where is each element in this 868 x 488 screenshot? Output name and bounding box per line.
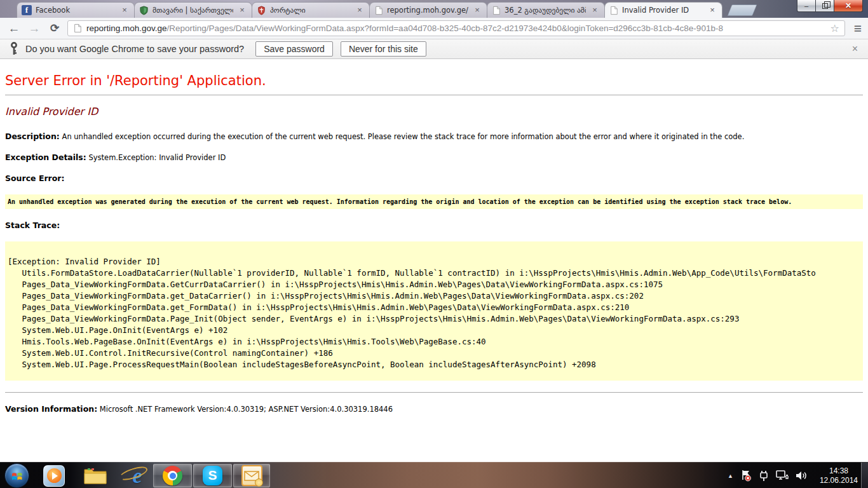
error-page: Server Error in '/Reporting' Application… <box>0 59 868 462</box>
tab-mtavari[interactable]: მთავარი | საქართველო × <box>134 2 252 18</box>
tab-title: 36_2 გადაუდებელი ამბუ <box>505 3 586 18</box>
taskbar-item-internet-explorer[interactable]: e <box>123 463 151 488</box>
tab-title: პორტალი <box>270 3 351 18</box>
source-error-label: Source Error: <box>5 173 65 183</box>
page-icon <box>609 6 618 15</box>
tab-portali[interactable]: პორტალი × <box>252 2 370 18</box>
stack-trace-row: Stack Trace: <box>5 220 863 230</box>
exception-details-text: System.Exception: Invalid Provider ID <box>86 153 226 162</box>
chrome-icon <box>163 466 182 485</box>
tab-close-icon[interactable]: × <box>707 5 717 15</box>
infobar-close-icon[interactable]: × <box>852 43 858 55</box>
system-tray: ▲ <box>728 463 860 488</box>
reload-button[interactable]: ⟳ <box>47 21 62 36</box>
url-text: reporting.moh.gov.ge/Reporting/Pages/Dat… <box>86 24 825 33</box>
tab-invalid-provider-id[interactable]: Invalid Provider ID × <box>604 2 722 18</box>
description-text: An unhandled exception occurred during t… <box>60 132 744 141</box>
screen: f Facebook × მთავარი | საქართველო × პორტ… <box>0 0 868 488</box>
page-icon <box>492 6 501 15</box>
url-domain: reporting.moh.gov.ge <box>86 24 167 33</box>
tab-title: მთავარი | საქართველო <box>153 3 233 18</box>
taskbar-clock[interactable]: 14:38 12.06.2014 <box>820 466 858 485</box>
taskbar-item-outlook[interactable] <box>233 464 270 487</box>
page-icon <box>374 6 383 15</box>
key-icon <box>10 42 18 56</box>
description-row: Description: An unhandled exception occu… <box>5 132 863 141</box>
tab-36-2[interactable]: 36_2 გადაუდებელი ამბუ × <box>487 2 605 18</box>
show-desktop-button[interactable] <box>861 463 868 488</box>
taskbar-item-media-player[interactable] <box>41 463 67 488</box>
window-restore-button[interactable] <box>816 0 834 12</box>
tab-title: reporting.moh.gov.ge/Re <box>387 3 468 18</box>
divider <box>5 392 863 393</box>
start-button[interactable] <box>4 463 29 488</box>
source-error-box: An unhandled exception was generated dur… <box>5 194 863 209</box>
taskbar: e S ▲ <box>0 462 868 488</box>
chrome-menu-icon[interactable]: ≡ <box>854 22 862 35</box>
exception-details-label: Exception Details: <box>5 152 86 162</box>
page-title: Server Error in '/Reporting' Application… <box>5 73 863 88</box>
folder-icon <box>84 467 107 485</box>
taskbar-item-skype[interactable]: S <box>193 464 232 487</box>
tab-close-icon[interactable]: × <box>237 5 247 15</box>
infobar-message: Do you want Google Chrome to save your p… <box>25 44 244 54</box>
never-for-this-site-button[interactable]: Never for this site <box>341 41 426 57</box>
save-password-infobar: Do you want Google Chrome to save your p… <box>0 39 868 59</box>
tab-title: Facebook <box>36 3 116 18</box>
exception-details-row: Exception Details: System.Exception: Inv… <box>5 152 863 162</box>
network-icon[interactable] <box>776 470 789 481</box>
stack-trace-label: Stack Trace: <box>5 220 60 230</box>
windows-flag-icon <box>11 470 24 482</box>
power-plug-icon[interactable] <box>759 470 769 482</box>
tab-close-icon[interactable]: × <box>119 5 130 15</box>
page-icon <box>73 24 82 33</box>
address-bar[interactable]: reporting.moh.gov.ge/Reporting/Pages/Dat… <box>67 20 845 36</box>
shield-icon <box>139 6 149 15</box>
tab-strip: f Facebook × მთავარი | საქართველო × პორტ… <box>0 0 868 18</box>
version-label: Version Information: <box>5 404 97 414</box>
source-error-row: Source Error: <box>5 173 863 183</box>
clock-date: 12.06.2014 <box>820 476 858 485</box>
emblem-icon <box>257 6 266 15</box>
outlook-clock-badge <box>255 478 263 487</box>
description-label: Description: <box>5 132 60 141</box>
restore-icon <box>822 3 828 9</box>
clock-time: 14:38 <box>820 466 858 476</box>
taskbar-item-chrome[interactable] <box>153 464 192 487</box>
url-path: /Reporting/Pages/Data/ViewWorkingFormDat… <box>167 24 723 33</box>
divider <box>5 95 863 95</box>
window-controls: – ✕ <box>797 0 863 12</box>
window-minimize-button[interactable]: – <box>797 0 816 12</box>
skype-icon: S <box>203 466 222 485</box>
close-icon: ✕ <box>845 1 851 10</box>
browser-toolbar: ← → ⟳ reporting.moh.gov.ge/Reporting/Pag… <box>0 18 868 39</box>
volume-icon[interactable] <box>796 470 808 481</box>
tab-reporting[interactable]: reporting.moh.gov.ge/Re × <box>369 2 487 18</box>
taskbar-item-explorer[interactable] <box>81 463 109 488</box>
version-text: Microsoft .NET Framework Version:4.0.303… <box>97 405 393 414</box>
facebook-icon: f <box>22 5 32 15</box>
tab-close-icon[interactable]: × <box>472 5 482 15</box>
tab-close-icon[interactable]: × <box>355 5 365 15</box>
outlook-icon <box>241 465 262 486</box>
window-close-button[interactable]: ✕ <box>834 0 863 12</box>
error-subtitle: Invalid Provider ID <box>5 105 863 118</box>
tab-facebook[interactable]: f Facebook × <box>17 2 135 18</box>
back-button[interactable]: ← <box>6 21 22 36</box>
stack-trace-box: [Exception: Invalid Provider ID] Utils.F… <box>5 241 863 381</box>
new-tab-button[interactable] <box>727 4 757 16</box>
media-player-icon <box>43 465 65 487</box>
tab-close-icon[interactable]: × <box>590 5 600 15</box>
version-row: Version Information: Microsoft .NET Fram… <box>5 404 863 414</box>
action-center-flag-icon[interactable] <box>740 470 752 482</box>
minimize-icon: – <box>804 2 808 10</box>
tab-title: Invalid Provider ID <box>622 3 703 18</box>
tray-expand-icon[interactable]: ▲ <box>728 473 733 479</box>
tabs-container: f Facebook × მთავარი | საქართველო × პორტ… <box>17 2 722 18</box>
save-password-button[interactable]: Save password <box>255 41 333 57</box>
forward-button[interactable]: → <box>27 21 42 36</box>
bookmark-star-icon[interactable]: ☆ <box>830 22 839 34</box>
